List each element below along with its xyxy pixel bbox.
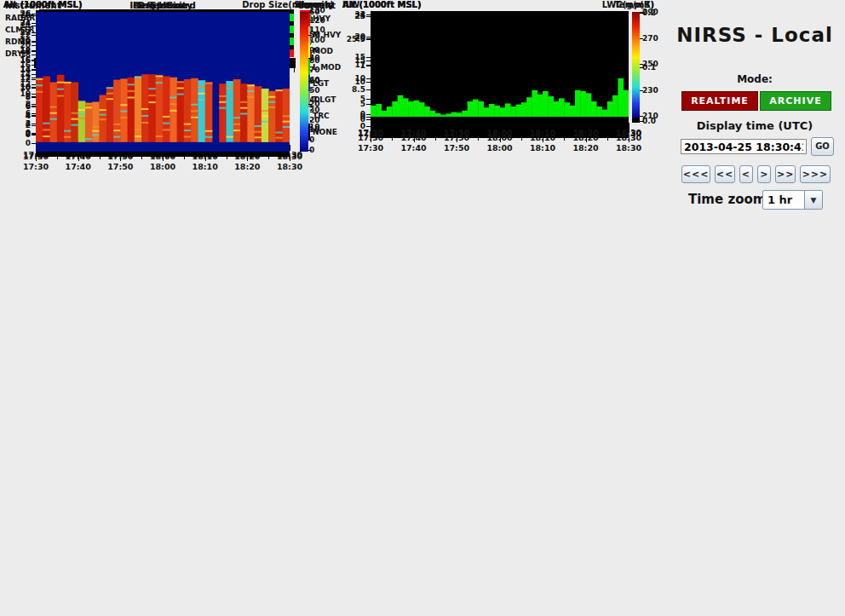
x-tick-mark [36, 157, 37, 161]
dropsize-field [36, 12, 290, 157]
x-tick-label: 18:00 [486, 129, 514, 138]
x-tick-label: 17:40 [400, 129, 428, 138]
x-tick-mark [163, 157, 164, 161]
y-tick-mark [32, 74, 36, 75]
control-panel: NIRSS - Local Mode: REALTIME ARCHIVE Dis… [664, 19, 845, 223]
x-tick-label: 17:40 [64, 162, 93, 171]
archive-button[interactable]: ARCHIVE [760, 91, 831, 111]
app-title: NIRSS - Local [664, 24, 845, 46]
y-tick-mark [366, 117, 371, 118]
display-time-label: Display time (UTC) [664, 119, 845, 132]
x-tick-label: 17:30 [21, 162, 50, 171]
y-tick-label: 6 [9, 109, 31, 118]
x-tick-mark [435, 124, 436, 126]
drop-size-panel: Alt (1000ft MSL) Drop Size Drop Size(mic… [0, 0, 336, 180]
y-tick-mark [366, 66, 371, 66]
y-tick-label: 2 [343, 10, 365, 19]
display-time-input[interactable] [681, 139, 807, 154]
x-tick-mark [205, 157, 206, 161]
nav-fwd-button[interactable]: >> [775, 165, 796, 183]
y-tick-mark [32, 55, 36, 55]
x-tick-label: 18:10 [191, 162, 220, 171]
x-tick-mark [478, 124, 479, 126]
dropsize-plot [36, 12, 290, 157]
nirss-app: Alt (1000ft MSL) Reflectivity dbz-min 26… [0, 0, 845, 616]
y-tick-mark [32, 113, 36, 114]
colorbar-tick-label: 10 [309, 124, 320, 131]
ilw-field [371, 11, 629, 124]
y-tick-mark [32, 84, 36, 85]
x-tick-mark [371, 124, 371, 128]
nav-back-fast-button[interactable]: <<< [681, 165, 710, 183]
chevron-down-icon[interactable]: ▼ [804, 191, 822, 209]
x-tick-mark [227, 157, 227, 159]
y-tick-mark [32, 65, 36, 66]
mode-label: Mode: [664, 73, 845, 85]
y-tick-label: 20 [9, 41, 31, 49]
colorbar-tick-label: 60 [309, 9, 320, 16]
y-tick-mark [32, 104, 36, 105]
x-tick-mark [268, 157, 269, 159]
y-tick-label: 18 [9, 50, 31, 59]
y-tick-label: 16 [9, 60, 31, 69]
ilw-panel: ILW 21017:3017:4017:5018:0018:1018:2018:… [339, 0, 675, 149]
realtime-button[interactable]: REALTIME [681, 91, 758, 111]
time-zoom-label: Time zoom: [688, 192, 771, 207]
time-zoom-dropdown[interactable]: 1 hr ▼ [762, 190, 823, 210]
x-tick-label: 18:20 [233, 162, 262, 171]
x-tick-mark [629, 124, 629, 128]
y-tick-mark [32, 35, 36, 36]
x-tick-mark [521, 124, 522, 126]
y-tick-mark [366, 14, 371, 15]
nav-step-back-button[interactable]: < [739, 165, 753, 183]
x-tick-mark [543, 124, 543, 128]
x-tick-mark [57, 157, 58, 159]
y-tick-label: 10 [9, 89, 31, 98]
x-tick-mark [414, 124, 415, 128]
y-tick-mark [32, 134, 36, 135]
x-tick-mark [120, 157, 121, 161]
colorbar-tick-label: 20 [309, 101, 320, 108]
x-tick-label: 18:20 [572, 129, 601, 138]
go-button[interactable]: GO [811, 137, 834, 156]
x-tick-label: 17:50 [106, 162, 135, 171]
y-tick-mark [32, 94, 36, 95]
x-tick-mark [586, 124, 587, 128]
x-tick-mark [564, 124, 565, 126]
y-tick-label: 1 [343, 61, 365, 70]
x-tick-mark [184, 157, 185, 159]
x-tick-label: 18:00 [148, 162, 177, 171]
x-tick-label: 18:10 [528, 129, 557, 138]
y-tick-label: 12 [9, 80, 31, 89]
nav-fwd-fast-button[interactable]: >>> [800, 165, 831, 183]
y-tick-mark [32, 45, 36, 46]
x-tick-mark [457, 124, 457, 128]
y-tick-label: 22 [9, 31, 31, 39]
x-tick-label: 18:30 [275, 162, 304, 171]
y-tick-label: 0 [9, 139, 31, 147]
y-tick-mark [32, 26, 36, 26]
colorbar-tick-label: 50 [309, 32, 320, 39]
y-tick-mark [32, 143, 36, 144]
y-tick-label: 2 [9, 130, 31, 138]
y-tick-label: 0 [343, 112, 365, 121]
y-tick-label: 8 [9, 100, 31, 108]
colorbar-tick-label: 30 [309, 78, 320, 85]
x-tick-mark [290, 157, 290, 161]
ilw-plot [371, 11, 629, 124]
y-tick-label: 14 [9, 70, 31, 78]
x-tick-label: 17:30 [356, 129, 385, 138]
nav-step-fwd-button[interactable]: > [757, 165, 771, 183]
y-tick-label: 24 [9, 21, 31, 30]
time-zoom-value: 1 hr [763, 191, 804, 209]
x-tick-mark [141, 157, 142, 159]
x-tick-mark [607, 124, 608, 126]
ilw-axis-label: ILW [342, 0, 359, 9]
y-tick-mark [32, 124, 36, 124]
nav-back-button[interactable]: << [715, 165, 735, 183]
x-tick-mark [100, 157, 101, 159]
x-tick-label: 17:50 [442, 129, 471, 138]
x-tick-label: 18:30 [614, 129, 643, 138]
x-tick-mark [500, 124, 501, 128]
y-tick-label: 26 [9, 11, 31, 20]
